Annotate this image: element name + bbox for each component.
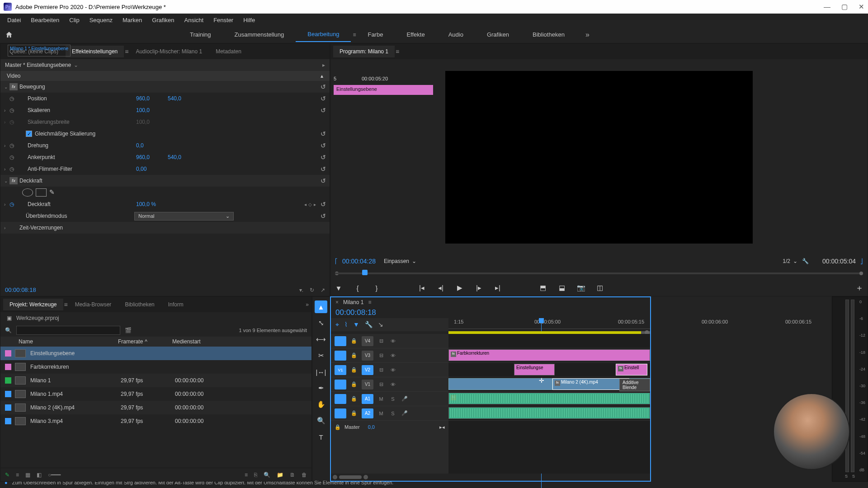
- stopwatch-icon[interactable]: ◷: [9, 107, 17, 113]
- ec-timecode[interactable]: 00:00:08:18: [5, 286, 36, 293]
- automate-icon[interactable]: ⎘: [254, 472, 257, 478]
- clapper-icon[interactable]: 🎬: [125, 327, 132, 333]
- solo-left-icon[interactable]: S: [845, 474, 848, 479]
- ec-clip-label[interactable]: Milano 1 * Einstellungsebene: [8, 45, 71, 56]
- solo-right-icon[interactable]: S: [852, 474, 855, 479]
- fit-select[interactable]: Einpassen⌄: [380, 257, 420, 265]
- add-marker-icon[interactable]: ▼: [353, 321, 359, 328]
- program-timecode[interactable]: 00:00:04:28: [342, 258, 376, 265]
- timeline-ruler[interactable]: 1:15 00:00:05:00 00:00:05:15 00:00:06:00…: [448, 318, 650, 329]
- reset-icon[interactable]: ↺: [321, 107, 326, 114]
- sort-icon[interactable]: ≡: [245, 472, 248, 478]
- timeline-timecode[interactable]: 00:00:08:18: [335, 308, 376, 317]
- menu-sequenz[interactable]: Sequenz: [85, 15, 117, 25]
- project-row-einstellungsebene[interactable]: Einstellungsebene: [0, 347, 311, 360]
- track-header-v1[interactable]: 🔒V1⊟👁: [331, 377, 448, 392]
- project-column-headers[interactable]: Name Framerate^ Medienstart: [0, 337, 311, 347]
- project-row-milano3-mp4[interactable]: Milano 3.mp429,97 fps00:00:00:00: [0, 414, 311, 428]
- blend-mode-select[interactable]: Normal⌄: [134, 212, 234, 221]
- project-row-milano1-seq[interactable]: Milano 129,97 fps00:00:00:00: [0, 374, 311, 387]
- go-to-in-icon[interactable]: |◂: [416, 282, 427, 293]
- clip-farbkorrekturen[interactable]: fxFarbkorrekturen: [448, 349, 650, 361]
- reset-icon[interactable]: ↺: [321, 95, 326, 102]
- sequence-name[interactable]: Milano 1: [343, 299, 363, 305]
- reset-icon[interactable]: ↺: [321, 142, 326, 149]
- collapse-up-icon[interactable]: ▴: [321, 73, 323, 79]
- insert-icon[interactable]: ↘: [378, 321, 383, 328]
- tab-projekt[interactable]: Projekt: Werkzeuge: [3, 299, 63, 310]
- workspace-bibliotheken[interactable]: Bibliotheken: [521, 28, 576, 42]
- clip-audio-a1[interactable]: fx: [448, 393, 650, 404]
- ec-group-deckkraft[interactable]: ⌄fx Deckkraft ↺: [0, 175, 330, 187]
- menu-ansicht[interactable]: Ansicht: [179, 15, 208, 25]
- loop-icon[interactable]: ↻: [310, 287, 314, 293]
- menu-bearbeiten[interactable]: Bearbeiten: [26, 15, 64, 25]
- reset-icon[interactable]: ↺: [321, 165, 326, 173]
- tab-media-browser[interactable]: Media-Browser: [69, 299, 118, 310]
- track-header-a2[interactable]: 🔒A2MS🎤: [331, 406, 448, 421]
- ec-group-bewegung[interactable]: ⌄fx Bewegung ↺: [0, 81, 330, 93]
- bin-icon[interactable]: ▣: [7, 315, 12, 321]
- zoom-tool-icon[interactable]: 🔍: [315, 414, 327, 427]
- marker-out-icon[interactable]: ⎦: [860, 258, 863, 264]
- tab-metadaten[interactable]: Metadaten: [209, 46, 248, 57]
- position-y-value[interactable]: 540,0: [168, 95, 199, 102]
- add-marker-icon[interactable]: ▼: [333, 282, 344, 293]
- workspace-audio[interactable]: Audio: [437, 28, 475, 42]
- anchor-y-value[interactable]: 540,0: [168, 154, 199, 160]
- stopwatch-icon[interactable]: ◷: [9, 166, 17, 172]
- track-header-v4[interactable]: 🔒V4⊟👁: [331, 334, 448, 348]
- track-header-v3[interactable]: 🔒V3⊟👁: [331, 348, 448, 363]
- stopwatch-icon[interactable]: ◷: [9, 154, 17, 160]
- share-icon[interactable]: ↗: [321, 287, 325, 293]
- ec-clip-bar[interactable]: Einstellungsebene: [334, 85, 433, 95]
- reset-icon[interactable]: ↺: [321, 83, 326, 90]
- go-to-out-icon[interactable]: ▸|: [492, 282, 503, 293]
- workspace-training[interactable]: Training: [178, 28, 222, 42]
- track-select-tool-icon[interactable]: ⤡: [315, 317, 327, 329]
- menu-hilfe[interactable]: Hilfe: [239, 15, 259, 25]
- ec-timeline-scrollbar[interactable]: [3, 279, 329, 282]
- workspace-bearbeitung[interactable]: Bearbeitung: [296, 27, 351, 42]
- menu-fenster[interactable]: Fenster: [209, 15, 238, 25]
- delete-icon[interactable]: 🗑: [302, 472, 307, 478]
- program-viewer[interactable]: [445, 71, 753, 244]
- workspace-menu-icon[interactable]: ≡: [353, 32, 356, 38]
- mark-in-icon[interactable]: {: [352, 282, 363, 293]
- workspace-zusammenstellung[interactable]: Zusammenstellung: [222, 28, 296, 42]
- workspace-overflow-icon[interactable]: »: [585, 31, 590, 39]
- stopwatch-icon[interactable]: ◷: [9, 142, 17, 149]
- menu-marken[interactable]: Marken: [118, 15, 146, 25]
- wrench-icon[interactable]: 🔧: [802, 258, 809, 264]
- razor-tool-icon[interactable]: ✂: [315, 349, 327, 362]
- chevron-down-icon[interactable]: ⌄: [74, 62, 78, 68]
- opacity-value[interactable]: 100,0 %: [136, 201, 168, 207]
- close-icon[interactable]: ✕: [859, 3, 864, 11]
- workspace-grafiken[interactable]: Grafiken: [475, 28, 521, 42]
- timeline-zoom-thumb[interactable]: [339, 475, 362, 479]
- project-row-farbkorrekturen[interactable]: Farbkorrekturen: [0, 360, 311, 374]
- filter-icon[interactable]: ▾.: [299, 287, 303, 293]
- type-tool-icon[interactable]: T: [315, 431, 327, 443]
- track-header-master[interactable]: 🔒Master0,0▸◂: [331, 421, 448, 433]
- marker-in-icon[interactable]: ⎡: [335, 258, 338, 264]
- ellipse-mask-icon[interactable]: [22, 188, 33, 197]
- zoom-select[interactable]: 1/2⌄: [783, 258, 797, 264]
- next-keyframe-icon[interactable]: ▸: [314, 202, 316, 207]
- tab-bibliotheken[interactable]: Bibliotheken: [118, 299, 160, 310]
- icon-view-icon[interactable]: ▦: [25, 472, 30, 478]
- freeform-view-icon[interactable]: ◧: [37, 472, 42, 478]
- reset-icon[interactable]: ↺: [321, 154, 326, 161]
- project-row-milano1-mp4[interactable]: Milano 1.mp429,97 fps00:00:00:00: [0, 387, 311, 401]
- timeline-settings-icon[interactable]: 🔧: [365, 321, 373, 328]
- minimize-icon[interactable]: —: [824, 3, 830, 11]
- reset-icon[interactable]: ↺: [321, 201, 326, 208]
- search-icon[interactable]: 🔍: [5, 327, 12, 333]
- clip-einstellungsebene-1[interactable]: Einstellungse: [514, 364, 555, 375]
- pencil-icon[interactable]: ✎: [5, 472, 9, 478]
- reset-icon[interactable]: ↺: [321, 130, 326, 137]
- list-view-icon[interactable]: ≡: [16, 472, 19, 478]
- panel-menu-icon[interactable]: ≡: [64, 301, 68, 308]
- export-frame-icon[interactable]: 📷: [576, 282, 586, 293]
- menu-datei[interactable]: Datei: [3, 15, 25, 25]
